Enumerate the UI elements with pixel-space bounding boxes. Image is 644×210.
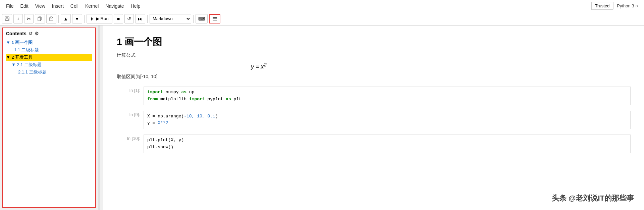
add-cell-button[interactable]: +	[13, 14, 23, 23]
code-line-1-2: from matplotlib import pyplot as plt	[147, 96, 627, 103]
menu-edit[interactable]: Edit	[17, 2, 32, 10]
menu-cell[interactable]: Cell	[67, 2, 82, 10]
paste-button[interactable]	[46, 14, 56, 23]
restart-run-button[interactable]: ⏭	[135, 14, 145, 23]
notebook-area: 1 画一个图 计算公式 y = x2 取值区间为[-10, 10] In [1]…	[100, 25, 644, 210]
menu-file[interactable]: File	[3, 2, 17, 10]
cut-button[interactable]: ✂	[24, 14, 34, 23]
notebook-heading: 1 画一个图	[117, 36, 631, 48]
run-icon: ⏵	[90, 16, 95, 21]
svg-rect-1	[6, 17, 8, 18]
keyword-as-1: as	[181, 90, 186, 95]
trusted-button[interactable]: Trusted	[591, 2, 613, 10]
notebook-inner: 1 画一个图 计算公式 y = x2 取值区间为[-10, 10] In [1]…	[103, 25, 644, 210]
notebook-text2: 取值区间为[-10, 10]	[117, 74, 631, 80]
code-box-1[interactable]: import numpy as np from matplotlib impor…	[144, 87, 631, 105]
keyword-import-2: import	[189, 97, 205, 102]
toc-item-1-1[interactable]: 1.1 二级标题	[6, 46, 92, 54]
run-label: ▶ Run	[96, 16, 109, 21]
keyword-from: from	[147, 97, 158, 102]
toolbar: + ✂ ▲ ▼ ⏵ ▶ Run ■ ↺ ⏭ Markdown Code Raw …	[0, 12, 644, 25]
menu-bar: File Edit View Insert Cell Kernel Naviga…	[0, 0, 644, 12]
toc-item-1[interactable]: ▼ 1 画一个图	[6, 39, 92, 46]
svg-rect-7	[213, 17, 217, 18]
svg-rect-4	[38, 17, 41, 21]
menu-kernel[interactable]: Kernel	[82, 2, 102, 10]
svg-rect-2	[6, 19, 8, 20]
svg-rect-9	[213, 20, 217, 20]
toc-item-2-1[interactable]: ▼ 2.1 二级标题	[6, 61, 92, 68]
toolbar-sep-3	[147, 15, 148, 23]
toc-arrow-2-1: ▼	[11, 62, 16, 67]
code-line-3-2: plt.show()	[147, 144, 627, 151]
toc-settings-icon[interactable]: ⚙	[35, 31, 39, 36]
toc-sidebar: Contents ↺ ⚙ ▼ 1 画一个图 1.1 二级标题 ▼ 2 开发工具 …	[2, 28, 96, 208]
menu-insert[interactable]: Insert	[49, 2, 67, 10]
math-formula: y = x2	[251, 62, 631, 70]
keyword-import-1: import	[147, 90, 163, 95]
toc-toggle-button[interactable]	[209, 14, 220, 23]
move-down-button[interactable]: ▼	[72, 14, 82, 23]
toolbar-sep-1	[58, 15, 59, 23]
code-box-3[interactable]: plt.plot(X, y) plt.show()	[144, 135, 631, 153]
code-line-2-1: X = np.arange(-10, 10, 0.1)	[147, 113, 627, 120]
toc-arrow-1: ▼	[6, 40, 10, 45]
code-cell-2: In [9]: X = np.arange(-10, 10, 0.1) y = …	[117, 111, 631, 129]
menu-navigate[interactable]: Navigate	[102, 2, 127, 10]
move-up-button[interactable]: ▲	[61, 14, 71, 23]
copy-button[interactable]	[35, 14, 45, 23]
code-line-2-2: y = X**2	[147, 120, 627, 127]
toc-icon	[212, 16, 217, 21]
toc-item-2-1-1[interactable]: 2.1.1 三级标题	[6, 68, 92, 76]
cell-prompt-1: In [1]:	[117, 87, 144, 93]
menu-help[interactable]: Help	[127, 2, 144, 10]
toc-header: Contents ↺ ⚙	[6, 31, 92, 36]
svg-rect-6	[50, 17, 52, 18]
cell-prompt-2: In [9]:	[117, 111, 144, 117]
restart-button[interactable]: ↺	[124, 14, 134, 23]
toc-item-2[interactable]: ▼ 2 开发工具	[6, 54, 92, 61]
cell-prompt-3: In [10]:	[117, 135, 144, 141]
code-line-1-1: import numpy as np	[147, 89, 627, 96]
toc-title: Contents	[6, 31, 26, 36]
save-icon	[5, 16, 9, 21]
paste-icon	[49, 16, 54, 21]
code-box-2[interactable]: X = np.arange(-10, 10, 0.1) y = X**2	[144, 111, 631, 129]
toolbar-sep-2	[84, 15, 85, 23]
menu-view[interactable]: View	[32, 2, 49, 10]
stop-button[interactable]: ■	[114, 14, 123, 23]
notebook-text1: 计算公式	[117, 52, 631, 58]
svg-rect-8	[213, 18, 217, 19]
cell-type-select[interactable]: Markdown Code Raw NBConvert	[150, 14, 191, 23]
keyword-as-2: as	[226, 97, 231, 102]
code-line-3-1: plt.plot(X, y)	[147, 137, 627, 144]
run-button[interactable]: ⏵ ▶ Run	[87, 14, 112, 23]
toc-arrow-2: ▼	[6, 55, 10, 60]
code-cell-1: In [1]: import numpy as np from matplotl…	[117, 87, 631, 105]
main-layout: Contents ↺ ⚙ ▼ 1 画一个图 1.1 二级标题 ▼ 2 开发工具 …	[0, 25, 644, 210]
code-cell-3: In [10]: plt.plot(X, y) plt.show()	[117, 135, 631, 153]
copy-icon	[38, 16, 42, 21]
save-button[interactable]	[2, 14, 12, 23]
keyboard-button[interactable]: ⌨	[196, 14, 208, 23]
toc-refresh-icon[interactable]: ↺	[29, 31, 33, 36]
kernel-label: Python 3 ○	[613, 2, 641, 9]
toolbar-sep-4	[193, 15, 194, 23]
